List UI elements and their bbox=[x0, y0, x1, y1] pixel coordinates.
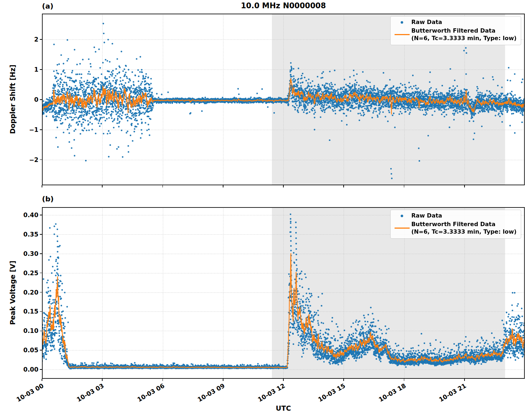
panel-a-axes: Raw Data Butterworth Filtered Data(N=6, … bbox=[42, 14, 525, 185]
legend-entry-filtered: Butterworth Filtered Data(N=6, Tc=3.3333… bbox=[393, 221, 517, 236]
filtered-data-line-icon bbox=[395, 34, 410, 35]
panel-b-y-tick-label: 0.40 bbox=[13, 211, 38, 219]
legend-entry-filtered: Butterworth Filtered Data(N=6, Tc=3.3333… bbox=[393, 27, 517, 42]
legend-filtered-sublabel: (N=6, Tc=3.3333 min, Type: low) bbox=[411, 35, 517, 42]
legend-filtered-label: Butterworth Filtered Data bbox=[411, 27, 496, 34]
panel-a-x-tickmark bbox=[464, 185, 465, 187]
panel-b-x-tickmark bbox=[42, 379, 42, 381]
panel-b-y-tick-label: 0.10 bbox=[13, 327, 38, 334]
raw-data-dot-icon bbox=[401, 21, 403, 24]
panel-b-axes: Raw Data Butterworth Filtered Data(N=6, … bbox=[42, 207, 525, 379]
x-tick-label: 10-03 18 bbox=[377, 382, 407, 403]
panel-a-x-tickmark bbox=[162, 185, 163, 187]
panel-b-y-tickmark bbox=[40, 292, 42, 293]
panel-a-x-tickmark bbox=[283, 185, 284, 187]
panel-a-x-tickmark bbox=[102, 185, 103, 187]
panel-b-x-tickmark bbox=[283, 379, 284, 381]
panel-a-legend: Raw Data Butterworth Filtered Data(N=6, … bbox=[390, 16, 521, 45]
panel-a-x-tickmark bbox=[404, 185, 405, 187]
panel-b-y-tick-label: 0.35 bbox=[13, 231, 38, 238]
panel-b-legend: Raw Data Butterworth Filtered Data(N=6, … bbox=[390, 210, 521, 239]
panel-b-x-tickmark bbox=[102, 379, 103, 381]
panel-b-y-tickmark bbox=[40, 331, 42, 331]
legend-filtered-text: Butterworth Filtered Data(N=6, Tc=3.3333… bbox=[411, 221, 517, 236]
legend-entry-raw: Raw Data bbox=[393, 19, 517, 26]
x-tick-label: 10-03 21 bbox=[438, 382, 467, 403]
raw-data-marker-cell bbox=[393, 215, 411, 217]
panel-b-tag: (b) bbox=[42, 195, 54, 203]
chart-title: 10.0 MHz N0000008 bbox=[42, 1, 525, 10]
legend-filtered-label: Butterworth Filtered Data bbox=[411, 221, 496, 228]
legend-entry-raw: Raw Data bbox=[393, 212, 517, 220]
panel-a-y-tickmark bbox=[40, 159, 42, 160]
panel-a-y-tickmark bbox=[40, 129, 42, 130]
panel-b-y-tickmark bbox=[40, 273, 42, 273]
panel-b-y-tickmark bbox=[40, 215, 42, 215]
legend-raw-label: Raw Data bbox=[411, 19, 442, 26]
panel-b-x-tickmark bbox=[223, 379, 223, 381]
panel-a-y-tickmark bbox=[40, 99, 42, 100]
panel-a-x-tickmark bbox=[42, 185, 42, 187]
x-tick-label: 10-03 00 bbox=[15, 382, 45, 403]
x-tick-label: 10-03 15 bbox=[317, 382, 347, 403]
figure: 10.0 MHz N0000008 (a) (b) Doppler Shift … bbox=[0, 0, 528, 420]
panel-b-y-tick-label: 0.25 bbox=[13, 269, 38, 277]
filtered-data-marker-cell bbox=[393, 34, 411, 35]
panel-a-y-tick-label: 0 bbox=[13, 96, 38, 103]
panel-b-y-tickmark bbox=[40, 234, 42, 235]
filtered-data-line-icon bbox=[395, 228, 410, 229]
legend-raw-label: Raw Data bbox=[411, 212, 442, 220]
panel-b-y-tick-label: 0.15 bbox=[13, 308, 38, 315]
panel-b-y-tick-label: 0.00 bbox=[13, 366, 38, 373]
legend-filtered-text: Butterworth Filtered Data(N=6, Tc=3.3333… bbox=[411, 27, 517, 42]
panel-a-y-tick-label: 2 bbox=[13, 36, 38, 43]
panel-a-y-tickmark bbox=[40, 69, 42, 70]
panel-a-x-tickmark bbox=[223, 185, 223, 187]
panel-b-y-tick-label: 0.30 bbox=[13, 250, 38, 257]
panel-a-y-tick-label: 1 bbox=[13, 66, 38, 73]
panel-b-y-tickmark bbox=[40, 311, 42, 312]
panel-b-x-tickmark bbox=[343, 379, 344, 381]
x-axis-label: UTC bbox=[42, 404, 525, 412]
panel-a-y-tick-label: −1 bbox=[13, 126, 38, 133]
panel-b-y-tickmark bbox=[40, 369, 42, 370]
legend-filtered-sublabel: (N=6, Tc=3.3333 min, Type: low) bbox=[411, 228, 517, 235]
panel-b-y-tick-label: 0.20 bbox=[13, 289, 38, 296]
panel-b-x-tickmark bbox=[162, 379, 163, 381]
raw-data-dot-icon bbox=[401, 215, 403, 217]
panel-a-y-tickmark bbox=[40, 39, 42, 40]
panel-a-tag: (a) bbox=[42, 2, 53, 10]
x-tick-label: 10-03 03 bbox=[76, 382, 105, 403]
panel-b-y-tick-label: 0.05 bbox=[13, 347, 38, 354]
panel-b-y-tickmark bbox=[40, 253, 42, 254]
raw-data-marker-cell bbox=[393, 21, 411, 24]
panel-b-y-tickmark bbox=[40, 350, 42, 350]
panel-b-x-tickmark bbox=[404, 379, 405, 381]
panel-a-y-tick-label: −2 bbox=[13, 156, 38, 163]
x-tick-label: 10-03 12 bbox=[256, 382, 286, 403]
x-tick-label: 10-03 09 bbox=[196, 382, 226, 403]
panel-b-x-tickmark bbox=[464, 379, 465, 381]
panel-a-x-tickmark bbox=[343, 185, 344, 187]
x-tick-label: 10-03 06 bbox=[136, 382, 166, 403]
filtered-data-marker-cell bbox=[393, 228, 411, 229]
